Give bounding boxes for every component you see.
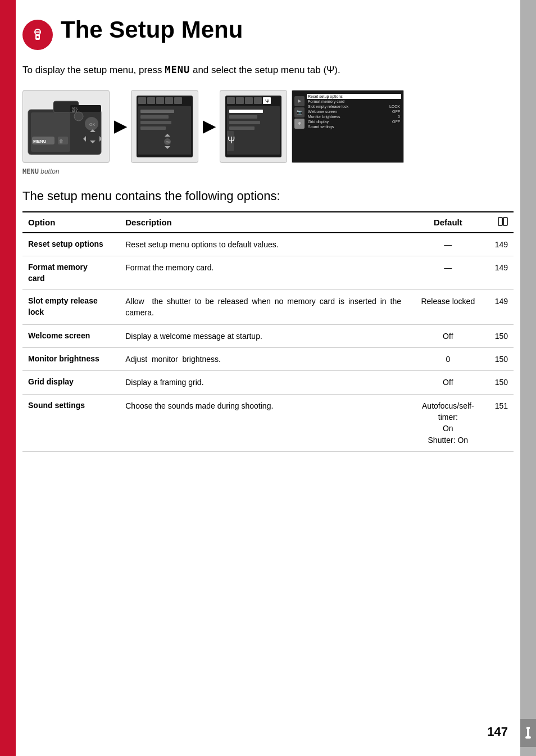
menu-row-welcome: Welcome screen OFF <box>307 109 401 114</box>
opt-default-reset: — <box>407 233 489 256</box>
arrow-2: ▶ <box>203 117 215 135</box>
options-table: Option Description Default Reset setup o… <box>22 211 514 452</box>
opt-default-slot: Release locked <box>407 290 489 325</box>
menu-tab-play: ▶ <box>294 96 305 106</box>
opt-name-format: Format memorycard <box>22 256 120 289</box>
table-row: Grid display Display a framing grid. Off… <box>22 371 514 394</box>
right-gray-bar <box>520 0 536 756</box>
opt-default-sound: Autofocus/self-timer:OnShutter: On <box>407 394 489 451</box>
svg-rect-43 <box>254 97 262 104</box>
camera-diagram-section: AE-L AF-L OK MENU 🗑 ▶ <box>22 90 514 163</box>
svg-rect-54 <box>503 218 507 225</box>
opt-default-brightness: 0 <box>407 348 489 371</box>
svg-text:🗑: 🗑 <box>59 139 63 144</box>
table-row: Reset setup options Reset setup menu opt… <box>22 233 514 256</box>
table-row: Sound settings Choose the sounds made du… <box>22 394 514 451</box>
svg-rect-2 <box>525 736 531 739</box>
opt-name-welcome: Welcome screen <box>22 324 120 347</box>
table-row: Format memorycard Format the memory card… <box>22 256 514 289</box>
svg-rect-47 <box>229 110 263 113</box>
menu-items-list: Reset setup options Format memory card S… <box>307 94 401 129</box>
svg-text:MENU: MENU <box>33 139 47 144</box>
col-option: Option <box>22 212 120 233</box>
opt-desc-reset: Reset setup menu options to default valu… <box>120 233 407 256</box>
svg-point-6 <box>37 36 39 38</box>
svg-rect-53 <box>498 218 502 225</box>
menu-row-reset: Reset setup options <box>307 94 401 99</box>
svg-rect-42 <box>245 97 253 104</box>
svg-rect-48 <box>229 115 257 119</box>
opt-page-welcome: 150 <box>489 324 514 347</box>
svg-rect-32 <box>140 115 169 119</box>
opt-name-slot: Slot empty release lock <box>22 290 120 325</box>
opt-desc-brightness: Adjust monitor bright­ness. <box>120 348 407 371</box>
opt-name-sound: Sound settings <box>22 394 120 451</box>
opt-page-grid: 150 <box>489 371 514 394</box>
svg-rect-29 <box>174 97 182 104</box>
wrench-icon <box>520 719 536 747</box>
opt-desc-slot: Allow the shutter to be released when no… <box>120 290 407 325</box>
menu-row-brightness: Monitor brightness 0 <box>307 114 401 119</box>
table-row: Welcome screen Display a welcome mes­sag… <box>22 324 514 347</box>
svg-text:Ψ: Ψ <box>228 135 235 145</box>
opt-page-sound: 151 <box>489 394 514 451</box>
opt-name-grid: Grid display <box>22 371 120 394</box>
svg-text:OK: OK <box>166 141 171 144</box>
menu-row-grid: Grid display OFF <box>307 119 401 124</box>
opt-page-reset: 149 <box>489 233 514 256</box>
svg-rect-1 <box>527 728 529 737</box>
menu-tab-camera: 📷 <box>294 107 305 117</box>
opt-page-format: 149 <box>489 256 514 289</box>
camera-diagram-3: Ψ Ψ <box>220 90 287 163</box>
menu-icon <box>22 20 53 50</box>
col-description: Description <box>120 212 407 233</box>
opt-default-format: — <box>407 256 489 289</box>
svg-rect-49 <box>229 121 260 124</box>
arrow-1: ▶ <box>114 117 126 135</box>
svg-text:Ψ: Ψ <box>265 98 270 104</box>
opt-desc-sound: Choose the sounds made during shooting. <box>120 394 407 451</box>
intro-paragraph: To display the setup menu, press MENU an… <box>22 63 514 78</box>
svg-text:OK: OK <box>89 123 95 126</box>
menu-row-sound: Sound settings <box>307 124 401 129</box>
left-red-bar <box>0 0 16 756</box>
menu-tab-setup: Ψ <box>294 119 305 129</box>
svg-point-15 <box>74 112 83 121</box>
menu-row-format: Format memory card <box>307 99 401 104</box>
opt-name-reset: Reset setup options <box>22 233 120 256</box>
menu-text: MENU <box>22 168 39 175</box>
svg-rect-31 <box>140 110 174 113</box>
camera-diagram-1: AE-L AF-L OK MENU 🗑 <box>22 90 110 163</box>
table-row: Monitor brightness Adjust monitor bright… <box>22 348 514 371</box>
col-page <box>489 212 514 233</box>
title-section: The Setup Menu <box>22 17 514 53</box>
svg-rect-25 <box>138 97 146 104</box>
svg-rect-41 <box>236 97 244 104</box>
svg-rect-33 <box>140 121 171 124</box>
section-heading: The setup menu contains the following op… <box>22 189 514 203</box>
opt-desc-welcome: Display a welcome mes­sage at startup. <box>120 324 407 347</box>
camera-diagram-4: ▶ 📷 Ψ Reset setup options Format memory … <box>292 90 404 163</box>
svg-rect-50 <box>229 126 255 130</box>
opt-page-slot: 149 <box>489 290 514 325</box>
svg-rect-8 <box>31 112 70 152</box>
opt-page-brightness: 150 <box>489 348 514 371</box>
svg-rect-40 <box>227 97 235 104</box>
opt-desc-format: Format the memory card. <box>120 256 407 289</box>
svg-rect-28 <box>165 97 173 104</box>
opt-desc-grid: Display a framing grid. <box>120 371 407 394</box>
page-title: The Setup Menu <box>61 17 243 43</box>
menu-keyword: MENU <box>165 64 190 75</box>
opt-default-welcome: Off <box>407 324 489 347</box>
table-row: Slot empty release lock Allow the shutte… <box>22 290 514 325</box>
svg-rect-26 <box>147 97 155 104</box>
svg-rect-30 <box>138 106 191 155</box>
col-default: Default <box>407 212 489 233</box>
page-number: 147 <box>487 725 508 739</box>
svg-rect-34 <box>140 126 166 130</box>
menu-row-slot: Slot empty release lock LOCK <box>307 104 401 109</box>
svg-rect-46 <box>227 106 280 155</box>
opt-default-grid: Off <box>407 371 489 394</box>
opt-name-brightness: Monitor brightness <box>22 348 120 371</box>
svg-rect-27 <box>156 97 164 104</box>
